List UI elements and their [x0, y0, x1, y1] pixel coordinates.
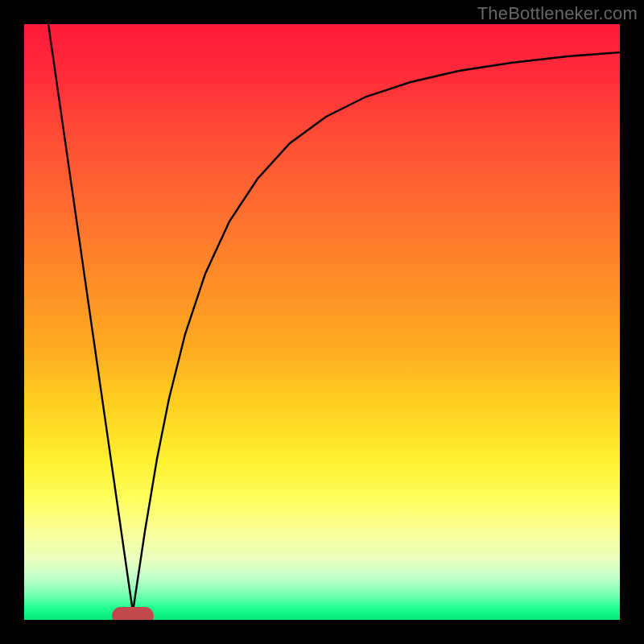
chart-svg: [24, 24, 620, 620]
curve-right-branch: [133, 52, 620, 612]
marker-pill: [112, 607, 154, 620]
watermark-text: TheBottleneker.com: [477, 3, 638, 24]
plot-area: [24, 24, 620, 620]
curve-left-branch: [48, 24, 133, 612]
chart-frame: TheBottleneker.com: [0, 0, 644, 644]
